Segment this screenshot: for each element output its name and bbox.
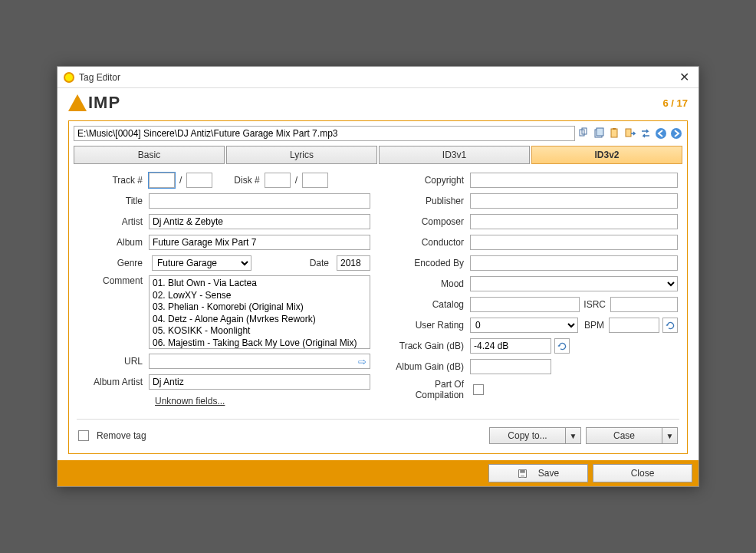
isrc-input[interactable] xyxy=(610,297,678,312)
encoded-by-input[interactable] xyxy=(470,255,678,271)
title-label: Title xyxy=(78,196,149,206)
copy-path-icon[interactable] xyxy=(578,127,590,140)
url-go-icon[interactable]: ⇨ xyxy=(354,356,370,367)
track-label: Track # xyxy=(78,175,149,186)
album-gain-label: Album Gain (dB) xyxy=(386,361,470,372)
publisher-label: Publisher xyxy=(386,196,470,206)
composer-label: Composer xyxy=(386,216,470,227)
tag-editor-window: Tag Editor ✕ IMP 6 / 17 xyxy=(57,66,699,487)
disk-number-input[interactable] xyxy=(265,173,291,188)
unknown-fields-link[interactable]: Unknown fields... xyxy=(155,396,225,407)
window-title: Tag Editor xyxy=(79,72,676,83)
track-gain-refresh-icon[interactable] xyxy=(554,338,570,354)
footer: Save Close xyxy=(58,460,698,486)
close-icon[interactable]: ✕ xyxy=(676,70,692,84)
separator xyxy=(77,419,679,420)
svg-rect-5 xyxy=(613,128,616,130)
form-area: Track # / Disk # / Title Artist xyxy=(74,169,682,411)
svg-rect-11 xyxy=(521,475,524,477)
genre-select[interactable]: Future Garage xyxy=(152,255,251,271)
bottom-row: Remove tag Copy to... ▼ Case ▼ xyxy=(74,427,682,449)
paste-tags-icon[interactable] xyxy=(609,127,621,140)
tabs: Basic Lyrics ID3v1 ID3v2 xyxy=(74,146,682,164)
case-label[interactable]: Case xyxy=(586,427,662,444)
svg-rect-10 xyxy=(520,469,525,472)
date-label: Date xyxy=(303,258,334,268)
content-panel: Basic Lyrics ID3v1 ID3v2 Track # / Disk … xyxy=(68,120,688,454)
track-total-input[interactable] xyxy=(186,173,212,188)
copyright-label: Copyright xyxy=(386,175,470,186)
url-input[interactable] xyxy=(150,354,354,368)
catalog-label: Catalog xyxy=(386,299,470,310)
mood-select[interactable] xyxy=(470,276,678,291)
left-column: Track # / Disk # / Title Artist xyxy=(78,172,370,407)
svg-point-8 xyxy=(671,128,682,139)
remove-tag-label: Remove tag xyxy=(97,430,146,441)
file-counter: 6 / 17 xyxy=(662,97,688,109)
conductor-label: Conductor xyxy=(386,237,470,248)
isrc-label: ISRC xyxy=(580,299,610,310)
catalog-input[interactable] xyxy=(470,297,580,312)
url-label: URL xyxy=(78,356,149,367)
svg-rect-4 xyxy=(611,129,617,137)
title-input[interactable] xyxy=(149,193,370,209)
logo-text: IMP xyxy=(88,93,120,113)
svg-rect-6 xyxy=(626,129,631,137)
tab-basic[interactable]: Basic xyxy=(74,146,225,164)
artist-label: Artist xyxy=(78,216,149,227)
swap-icon[interactable] xyxy=(639,127,652,140)
compilation-label: Part Of Compilation xyxy=(386,379,470,400)
comment-label: Comment xyxy=(78,275,149,286)
genre-label: Genre xyxy=(78,258,149,268)
conductor-input[interactable] xyxy=(470,235,678,250)
right-column: Copyright Publisher Composer Conductor E… xyxy=(386,172,678,407)
tab-lyrics[interactable]: Lyrics xyxy=(226,146,377,164)
album-gain-input[interactable] xyxy=(470,359,551,374)
case-caret-icon[interactable]: ▼ xyxy=(662,427,678,444)
mood-label: Mood xyxy=(386,278,470,289)
publisher-input[interactable] xyxy=(470,193,678,209)
copy-tags-icon[interactable] xyxy=(593,127,606,140)
disk-label: Disk # xyxy=(234,175,264,186)
bpm-label: BPM xyxy=(578,320,609,331)
copy-to-caret-icon[interactable]: ▼ xyxy=(566,427,581,444)
svg-rect-3 xyxy=(597,128,603,136)
bpm-input[interactable] xyxy=(609,318,659,333)
album-artist-label: Album Artist xyxy=(78,377,149,387)
paste-special-icon[interactable] xyxy=(624,127,636,140)
prev-file-icon[interactable] xyxy=(655,127,667,140)
tab-id3v2[interactable]: ID3v2 xyxy=(531,146,682,164)
compilation-checkbox[interactable] xyxy=(473,384,484,395)
titlebar: Tag Editor ✕ xyxy=(58,67,698,88)
track-gain-input[interactable] xyxy=(470,338,551,354)
copy-to-label[interactable]: Copy to... xyxy=(489,427,566,444)
tab-id3v1[interactable]: ID3v1 xyxy=(379,146,530,164)
bpm-refresh-icon[interactable] xyxy=(662,318,678,333)
next-file-icon[interactable] xyxy=(670,127,682,140)
album-input[interactable] xyxy=(149,235,370,250)
case-button[interactable]: Case ▼ xyxy=(586,427,678,444)
file-path-input[interactable] xyxy=(74,126,575,141)
app-icon xyxy=(64,72,74,83)
remove-tag-checkbox[interactable] xyxy=(78,430,89,441)
logo-mark-icon xyxy=(68,94,87,111)
encoded-by-label: Encoded By xyxy=(386,258,470,268)
user-rating-select[interactable]: 0 xyxy=(470,318,578,333)
svg-point-7 xyxy=(656,128,666,139)
header: IMP 6 / 17 xyxy=(58,88,698,116)
copy-to-button[interactable]: Copy to... ▼ xyxy=(489,427,581,444)
album-label: Album xyxy=(78,237,149,248)
copyright-input[interactable] xyxy=(470,173,678,188)
track-gain-label: Track Gain (dB) xyxy=(386,341,470,351)
composer-input[interactable] xyxy=(470,214,678,229)
date-input[interactable] xyxy=(337,255,370,271)
comment-input[interactable]: 01. Blut Own - Via Lactea 02. LowXY - Se… xyxy=(149,275,370,349)
album-artist-input[interactable] xyxy=(149,374,370,390)
close-button[interactable]: Close xyxy=(593,464,692,482)
save-button[interactable]: Save xyxy=(488,464,588,482)
track-number-input[interactable] xyxy=(149,173,175,188)
disk-total-input[interactable] xyxy=(302,173,328,188)
artist-input[interactable] xyxy=(149,214,370,229)
user-rating-label: User Rating xyxy=(386,320,470,331)
logo: IMP xyxy=(68,93,120,113)
